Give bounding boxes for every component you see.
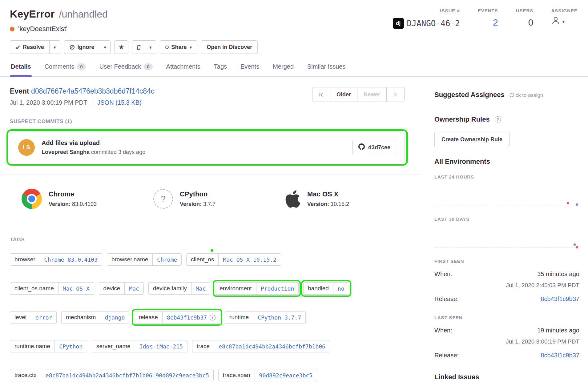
tag-pill[interactable]: runtime CPython 3.7.7	[225, 311, 306, 324]
tag-pill[interactable]: environment Production	[215, 282, 299, 295]
chevron-down-icon: ▾	[562, 19, 565, 24]
tab-label: User Feedback	[99, 63, 141, 70]
info-icon[interactable]: i	[210, 315, 215, 320]
bookmark-star-button[interactable]: ★	[114, 40, 128, 54]
context-text: CPython Version: 3.7.7	[180, 190, 215, 207]
commit-sha-button[interactable]: d3d7cee	[352, 140, 396, 155]
tab[interactable]: Merged	[272, 61, 294, 76]
delete-dropdown-button[interactable]: ▾	[145, 40, 156, 54]
tag-value[interactable]: no	[333, 283, 349, 294]
users-count[interactable]: 0	[516, 17, 534, 28]
tab[interactable]: Attachments	[166, 61, 201, 76]
tag-key: environment	[215, 283, 256, 294]
tab[interactable]: Events	[240, 61, 260, 76]
tag-pill[interactable]: client_os.name Mac OS X	[10, 282, 94, 295]
tag-value[interactable]: e8c87ba1dc494bb2a4346bcfbf7b1b06-90d892c…	[41, 369, 213, 381]
assignee-dropdown[interactable]: ▾	[551, 16, 578, 26]
create-ownership-rule-button[interactable]: Create Ownership Rule	[434, 132, 509, 147]
tag-value[interactable]: Mac OS X 10.15.2	[218, 254, 280, 265]
tag-value[interactable]: Mac	[124, 283, 143, 294]
event-header: Event d08d7667e4a5476eb3b3db6d7f14c84c J…	[0, 77, 420, 106]
tag-value[interactable]: e8c87ba1dc494bb2a4346bcfbf7b1b06	[214, 340, 330, 352]
tag-pill[interactable]: device.family Mac	[148, 282, 210, 295]
tag-key: device.family	[149, 283, 191, 294]
share-label: Share	[171, 44, 187, 50]
django-platform-icon: dj	[393, 18, 404, 29]
last-seen-release-link[interactable]: 8cb43f1c9b37	[541, 352, 579, 359]
tab[interactable]: User Feedback 0	[99, 61, 153, 76]
issue-short-id[interactable]: DJANGO-46-2	[407, 19, 460, 28]
tag-pill[interactable]: runtime.name CPython	[10, 340, 87, 352]
tag-key: handled	[304, 283, 333, 294]
tag-value[interactable]: Chrome 83.0.4103	[40, 254, 102, 265]
tag-value[interactable]: Idos-iMac-215	[135, 340, 187, 352]
events-count[interactable]: 2	[478, 17, 498, 28]
tag-value-text: django	[105, 314, 125, 321]
tab[interactable]: Details	[10, 61, 32, 76]
tag-pill[interactable]: trace.span 90d892c9eace3bc5	[218, 369, 317, 381]
tag-pill[interactable]: handled no	[303, 282, 349, 295]
newer-event-button[interactable]: Newer	[357, 87, 387, 102]
tag-pill[interactable]: trace e8c87ba1dc494bb2a4346bcfbf7b1b06	[192, 340, 330, 352]
tab[interactable]: Similar Issues	[307, 61, 346, 76]
tag-value[interactable]: CPython	[54, 340, 87, 352]
share-button[interactable]: Share ▾	[160, 40, 198, 54]
tag-value[interactable]: error	[31, 312, 56, 323]
ownership-rules-row: Ownership Rules ?	[434, 115, 579, 123]
tag-value[interactable]: Mac	[191, 283, 210, 294]
open-in-discover-button[interactable]: Open in Discover	[201, 40, 258, 54]
context-version: Version: 83.0.4103	[49, 201, 97, 207]
tag-value[interactable]: Chrome	[152, 254, 181, 265]
tab-label: Attachments	[166, 63, 200, 70]
tag-pill[interactable]: trace.ctx e8c87ba1dc494bb2a4346bcfbf7b1b…	[10, 369, 214, 381]
context-card: ? CPython Version: 3.7.7	[153, 189, 285, 209]
when-label: When:	[434, 271, 452, 278]
resolve-button[interactable]: Resolve	[10, 40, 50, 54]
trash-icon	[136, 45, 141, 50]
commit-meta-text: committed 3 days ago	[91, 149, 145, 155]
tag-pill[interactable]: client_os Mac OS X 10.15.2	[186, 253, 281, 266]
tag-value[interactable]: Production	[256, 283, 298, 294]
oldest-event-button[interactable]	[312, 87, 330, 102]
tag-pill[interactable]: release 8cb43f1c9b37 i	[134, 311, 220, 324]
ignore-button-group: Ignore ▾	[64, 40, 111, 54]
tag-value[interactable]: 8cb43f1c9b37 i	[162, 312, 220, 323]
ignore-button[interactable]: Ignore	[64, 40, 100, 54]
tag-value[interactable]: Mac OS X	[58, 283, 94, 294]
tag-pill[interactable]: device Mac	[99, 282, 144, 295]
all-environments-heading: All Environments	[434, 158, 579, 166]
tag-pill[interactable]: level error	[10, 311, 57, 324]
tag-pill[interactable]: server_name Idos-iMac-215	[92, 340, 187, 352]
tag-value[interactable]: CPython 3.7.7	[253, 312, 305, 323]
tag-value[interactable]: django	[100, 312, 129, 323]
check-icon	[15, 45, 20, 49]
tab[interactable]: Comments 0	[44, 61, 87, 76]
tab[interactable]: Tags	[213, 61, 228, 76]
click-to-assign-hint: Click to assign	[509, 92, 543, 99]
tag-value[interactable]: 90d892c9eace3bc5	[255, 369, 317, 381]
older-event-button[interactable]: Older	[330, 87, 357, 102]
resolve-dropdown-button[interactable]: ▾	[49, 40, 60, 54]
event-pagination: Older Newer	[312, 87, 405, 106]
ignore-dropdown-button[interactable]: ▾	[100, 40, 111, 54]
chevron-down-icon: ▾	[104, 45, 107, 50]
help-question-icon[interactable]: ?	[495, 116, 501, 123]
tab-label: Similar Issues	[307, 63, 345, 70]
tag-pill[interactable]: browser.name Chrome	[107, 253, 182, 266]
commit-title: Add files via upload	[42, 139, 145, 147]
tag-value-text: Chrome 83.0.4103	[44, 256, 98, 263]
tag-value-text: no	[338, 285, 344, 292]
first-seen-release-link[interactable]: 8cb43f1c9b37	[541, 296, 579, 303]
event-json-link[interactable]: JSON (15.3 KB)	[92, 99, 141, 106]
tag-value-text: Production	[261, 285, 294, 292]
apple-icon	[285, 189, 300, 209]
tag-key: runtime.name	[10, 340, 54, 352]
delete-button[interactable]	[132, 40, 145, 54]
tag-pill[interactable]: mechanism django	[61, 311, 129, 324]
context-version: Version: 3.7.7	[180, 201, 215, 207]
tag-list: browser Chrome 83.0.4103 browser.name	[10, 252, 405, 386]
event-id-link[interactable]: d08d7667e4a5476eb3b3db6d7f14c84c	[31, 87, 154, 95]
newest-event-button[interactable]	[386, 87, 405, 102]
tags-heading: TAGS	[10, 237, 405, 243]
tag-pill[interactable]: browser Chrome 83.0.4103	[10, 253, 102, 266]
